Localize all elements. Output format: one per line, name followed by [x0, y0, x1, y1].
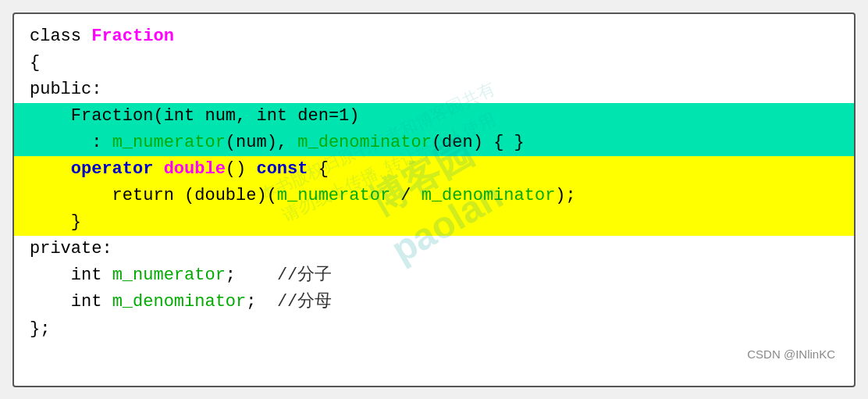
csdn-label: CSDN @INlinKC: [747, 345, 835, 363]
code-line-10: int m_numerator; //分子: [30, 262, 838, 289]
code-line-8: }: [14, 209, 854, 236]
code-line-1: class Fraction: [30, 23, 838, 50]
code-line-4: Fraction(int num, int den=1): [14, 103, 854, 130]
code-line-12: };: [30, 316, 838, 343]
code-line-5: : m_numerator(num), m_denominator(den) {…: [14, 130, 854, 156]
code-block: class Fraction { public: Fraction(int nu…: [12, 12, 856, 387]
code-line-7: return (double)(m_numerator / m_denomina…: [14, 183, 854, 209]
code-line-3: public:: [30, 77, 838, 103]
code-line-9: private:: [30, 236, 838, 262]
code-line-11: int m_denominator; //分母: [30, 289, 838, 315]
code-line-6: operator double() const {: [14, 156, 854, 183]
code-line-2: {: [30, 50, 838, 77]
